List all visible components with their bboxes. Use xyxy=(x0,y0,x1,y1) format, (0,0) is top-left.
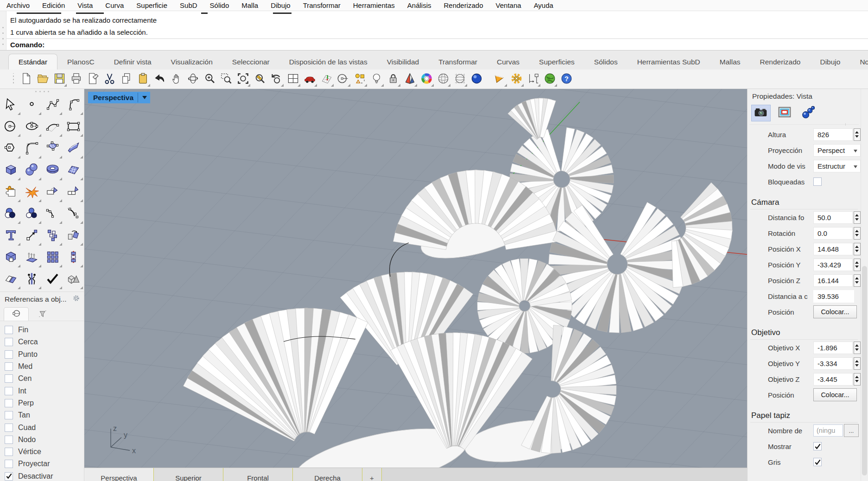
mirror-tool[interactable] xyxy=(63,225,84,247)
boolean-diff-tool[interactable] xyxy=(21,203,42,225)
flyout-triangle[interactable] xyxy=(298,84,300,87)
field-posici-n-x[interactable]: 14.648 xyxy=(813,243,853,255)
flyout-triangle[interactable] xyxy=(59,112,62,115)
flyout-triangle[interactable] xyxy=(59,134,62,137)
help-button[interactable]: ? xyxy=(558,71,575,88)
primitives-tool[interactable] xyxy=(63,268,84,290)
flyout-triangle[interactable] xyxy=(18,265,20,267)
select-proyecci-n[interactable]: Perspect xyxy=(813,144,861,157)
pan-hand-button[interactable] xyxy=(168,71,184,88)
save-button[interactable] xyxy=(51,71,68,88)
flyout-triangle[interactable] xyxy=(554,84,557,87)
export-page-button[interactable] xyxy=(84,71,101,88)
flyout-triangle[interactable] xyxy=(64,84,67,87)
menu-item-subd[interactable]: SubD xyxy=(180,1,197,9)
file-input-nombre-de[interactable]: (ningu xyxy=(813,424,843,437)
menu-item-malla[interactable]: Malla xyxy=(241,1,258,9)
flyout-triangle[interactable] xyxy=(80,156,83,158)
tab-superficies[interactable]: Superficies xyxy=(529,54,584,70)
shaded-view-button[interactable] xyxy=(401,71,418,88)
spinner-distancia-fo[interactable] xyxy=(854,211,861,224)
flyout-triangle[interactable] xyxy=(80,134,83,137)
spinner-objetivo-y[interactable] xyxy=(854,357,861,370)
sphere-grid-button[interactable] xyxy=(451,71,468,88)
flyout-triangle[interactable] xyxy=(464,84,467,87)
properties-scrollbar[interactable] xyxy=(861,89,868,481)
checkbox-mostrar[interactable] xyxy=(813,442,822,450)
spinner-up-icon[interactable] xyxy=(855,131,859,133)
flyout-triangle[interactable] xyxy=(38,177,41,180)
flyout-triangle[interactable] xyxy=(281,84,284,87)
menu-item-renderizado[interactable]: Renderizado xyxy=(444,1,483,9)
tab-sólidos[interactable]: Sólidos xyxy=(584,54,627,70)
flyout-triangle[interactable] xyxy=(381,84,384,87)
spinner-up-icon[interactable] xyxy=(855,360,859,362)
flyout-triangle[interactable] xyxy=(364,84,367,87)
checkbox-cen[interactable] xyxy=(5,374,13,383)
spinner-down-icon[interactable] xyxy=(855,234,859,236)
flyout-triangle[interactable] xyxy=(18,221,20,224)
viewport-tab-perspectiva[interactable]: Perspectiva xyxy=(84,468,154,481)
button-posici-n[interactable]: Colocar... xyxy=(813,388,857,401)
flyout-triangle[interactable] xyxy=(80,221,83,224)
checkbox-fin[interactable] xyxy=(5,326,13,334)
field-rotaci-n[interactable]: 0.0 xyxy=(813,227,853,240)
spinner-up-icon[interactable] xyxy=(855,344,859,347)
flyout-triangle[interactable] xyxy=(80,286,83,289)
flyout-triangle[interactable] xyxy=(59,265,62,267)
spinner-down-icon[interactable] xyxy=(855,364,859,367)
field-objetivo-x[interactable]: -1.896 xyxy=(813,342,853,354)
spinner-down-icon[interactable] xyxy=(855,380,859,382)
cone-orange-button[interactable] xyxy=(491,71,508,88)
circle-tool[interactable] xyxy=(0,116,21,138)
spinner-objetivo-z[interactable] xyxy=(854,373,861,386)
array-linear-tool[interactable] xyxy=(63,247,84,268)
spinner-down-icon[interactable] xyxy=(855,281,859,284)
camera-toggle[interactable] xyxy=(751,105,771,121)
flyout-triangle[interactable] xyxy=(80,177,83,180)
tab-transformar[interactable]: Transformar xyxy=(429,54,487,70)
spinner-down-icon[interactable] xyxy=(855,348,859,351)
button-posici-n[interactable]: Colocar... xyxy=(813,305,857,318)
spinner-down-icon[interactable] xyxy=(855,218,859,221)
lock-button[interactable] xyxy=(385,71,401,88)
spinner-posici-n-y[interactable] xyxy=(854,259,861,271)
spinner-up-icon[interactable] xyxy=(855,277,859,279)
flyout-triangle[interactable] xyxy=(38,199,41,202)
boolean-union-tool[interactable] xyxy=(0,203,21,225)
palette-grip[interactable] xyxy=(0,89,84,94)
flyout-triangle[interactable] xyxy=(18,156,20,158)
menu-item-análisis[interactable]: Análisis xyxy=(407,1,431,9)
flyout-triangle[interactable] xyxy=(314,84,317,87)
flyout-triangle[interactable] xyxy=(38,221,41,224)
flyout-triangle[interactable] xyxy=(18,243,20,246)
cplane-button[interactable] xyxy=(318,71,335,88)
blend-curve-tool[interactable] xyxy=(42,203,63,225)
array-grid-tool[interactable] xyxy=(42,247,63,268)
tab-mallas[interactable]: Mallas xyxy=(710,54,750,70)
zoom-dynamic-button[interactable] xyxy=(201,71,218,88)
split-tool[interactable] xyxy=(63,181,84,203)
menu-item-dibujo[interactable]: Dibujo xyxy=(271,1,291,9)
tab-estándar[interactable]: Estándar xyxy=(8,54,57,70)
person-split-tool[interactable] xyxy=(21,268,42,290)
flyout-triangle[interactable] xyxy=(448,84,450,87)
car-button[interactable] xyxy=(301,71,318,88)
spinner-altura[interactable] xyxy=(854,128,861,141)
viewport-tab-new[interactable]: + xyxy=(362,468,382,481)
spinner-up-icon[interactable] xyxy=(855,214,859,216)
checkbox-bloqueadas[interactable] xyxy=(813,177,822,186)
surface-grid-tool[interactable] xyxy=(63,159,84,181)
flyout-triangle[interactable] xyxy=(80,265,83,267)
flyout-triangle[interactable] xyxy=(414,84,417,87)
flyout-triangle[interactable] xyxy=(38,156,41,158)
checkbox-proyectar[interactable] xyxy=(5,460,13,468)
flyout-triangle[interactable] xyxy=(59,199,62,202)
sphere-white-button[interactable] xyxy=(435,71,451,88)
flyout-triangle[interactable] xyxy=(247,84,250,87)
copy-button[interactable] xyxy=(118,71,134,88)
flyout-triangle[interactable] xyxy=(80,112,83,115)
rectangle-tool[interactable] xyxy=(63,116,84,138)
viewport-frame-toggle[interactable] xyxy=(775,105,794,121)
new-file-button[interactable] xyxy=(18,71,34,88)
